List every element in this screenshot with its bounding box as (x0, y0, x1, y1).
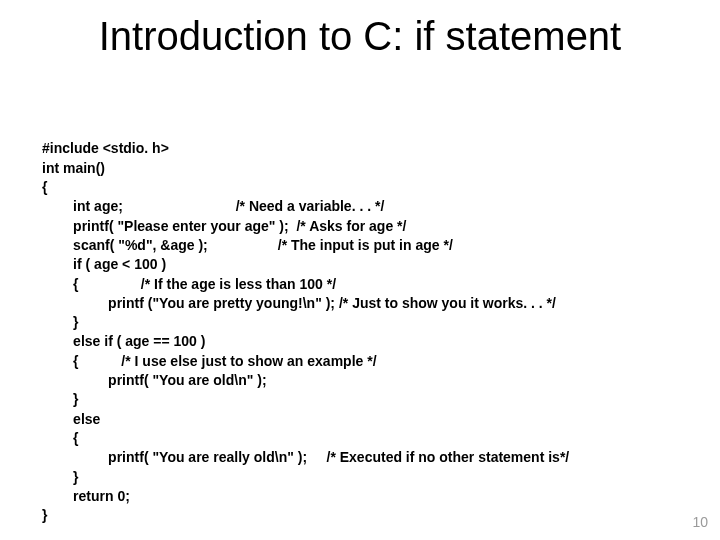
code-block: #include <stdio. h> int main() { int age… (42, 120, 678, 526)
code-line: { (42, 430, 79, 446)
page-number: 10 (692, 514, 708, 530)
slide-title: Introduction to C: if statement (0, 14, 720, 59)
code-line: int main() (42, 160, 105, 176)
code-line: printf ("You are pretty young!\n" ); /* … (42, 295, 556, 311)
code-line: } (42, 391, 79, 407)
code-line: { /* If the age is less than 100 */ (42, 276, 336, 292)
code-line: else if ( age == 100 ) (42, 333, 205, 349)
code-line: } (42, 507, 47, 523)
code-line: return 0; (42, 488, 130, 504)
code-line: else (42, 411, 100, 427)
slide: Introduction to C: if statement #include… (0, 0, 720, 540)
code-line: scanf( "%d", &age ); /* The input is put… (42, 237, 453, 253)
code-line: printf( "You are old\n" ); (42, 372, 267, 388)
code-line: { /* I use else just to show an example … (42, 353, 377, 369)
code-line: if ( age < 100 ) (42, 256, 166, 272)
code-line: { (42, 179, 47, 195)
code-line: printf( "Please enter your age" ); /* As… (42, 218, 406, 234)
code-line: printf( "You are really old\n" ); /* Exe… (42, 449, 569, 465)
code-line: int age; /* Need a variable. . . */ (42, 198, 384, 214)
code-line: } (42, 314, 79, 330)
code-line: #include <stdio. h> (42, 140, 169, 156)
code-line: } (42, 469, 79, 485)
